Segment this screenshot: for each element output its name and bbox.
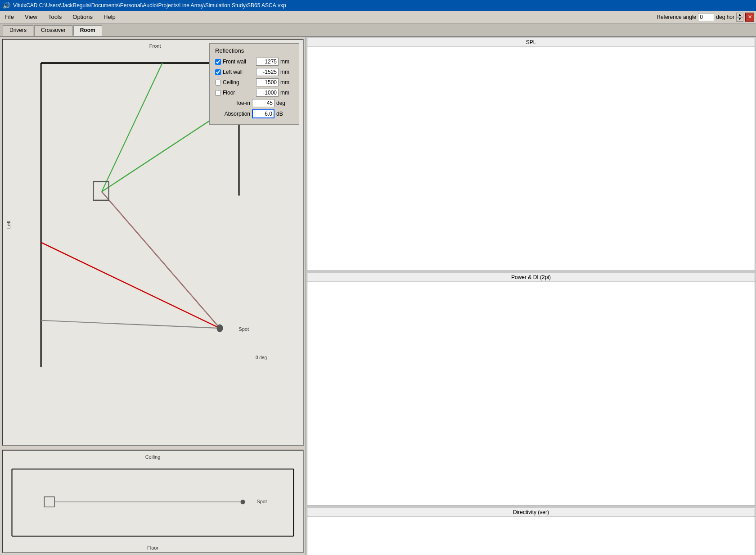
tab-room[interactable]: Room [73,25,102,36]
reflections-title: Reflections [215,47,293,54]
spl-canvas [307,47,755,270]
floor-unit: mm [280,90,289,96]
main-content: Front Left Spot 0 deg [0,37,756,555]
menu-help[interactable]: Help [101,13,118,21]
power-di-chart-container: Power & DI (2pi) [307,272,755,504]
toe-in-row: Toe-in deg [223,99,293,107]
floor-label: Floor [223,90,254,96]
spin-up[interactable]: ▲ [736,13,743,17]
svg-line-4 [102,110,226,192]
ceiling-row: Ceiling mm [215,78,293,86]
power-canvas [307,281,755,504]
reference-angle-area: Reference angle deg hor ▲ ▼ ✕ [657,13,754,22]
menu-view[interactable]: View [22,13,40,21]
directivity-canvas [307,515,755,555]
svg-point-17 [240,500,245,504]
svg-line-8 [41,320,220,328]
toe-in-input[interactable] [252,99,274,107]
spl-chart-container: SPL [307,38,755,270]
left-wall-checkbox[interactable] [215,69,221,75]
room-view-top: Front Left Spot 0 deg [2,39,304,446]
front-wall-checkbox[interactable] [215,59,221,65]
menu-bar: File View Tools Options Help Reference a… [0,11,756,23]
absorption-input[interactable] [252,109,274,118]
title-bar: 🔊 VituixCAD C:\Users\JackRegula\Document… [0,0,756,11]
menu-file[interactable]: File [2,13,17,21]
absorption-unit: dB [276,111,283,117]
close-button[interactable]: ✕ [745,13,754,22]
ceiling-checkbox[interactable] [215,80,221,86]
reference-angle-spinner[interactable]: ▲ ▼ [736,13,743,22]
spin-down[interactable]: ▼ [736,17,743,22]
reference-angle-unit: deg hor [716,14,734,20]
ceiling-label: Ceiling [223,79,254,86]
right-panel: SPL Power & DI (2pi) Directivity (ver) [306,37,756,555]
svg-point-10 [216,324,223,332]
spl-title: SPL [307,38,755,47]
absorption-label: Absorption [223,111,250,117]
room-view-bottom: Ceiling Floor Spot [2,450,304,553]
left-wall-unit: mm [280,69,289,75]
left-wall-label: Left wall [223,69,254,75]
front-wall-input[interactable] [256,58,279,66]
reference-angle-input[interactable] [698,13,714,21]
floor-checkbox[interactable] [215,90,221,96]
power-di-title: Power & DI (2pi) [307,272,755,281]
reflections-panel: Reflections Front wall mm Left wall mm C… [209,43,299,125]
absorption-row: Absorption dB [223,109,293,118]
room-svg-bottom [3,451,303,552]
tabs-bar: Drivers Crossover Room [0,23,756,37]
front-wall-row: Front wall mm [215,58,293,66]
left-panel: Front Left Spot 0 deg [0,37,306,555]
tab-crossover[interactable]: Crossover [34,25,72,36]
directivity-title: Directivity (ver) [307,506,755,515]
reference-angle-label: Reference angle [657,14,696,20]
svg-line-5 [41,243,220,329]
ceiling-input[interactable] [256,78,279,86]
toe-in-label: Toe-in [223,100,250,106]
app-icon: 🔊 [3,2,10,9]
menu-tools[interactable]: Tools [45,13,64,21]
menu-options[interactable]: Options [70,13,95,21]
svg-rect-15 [44,497,54,507]
toe-in-unit: deg [276,100,285,106]
left-wall-row: Left wall mm [215,68,293,76]
ceiling-unit: mm [280,79,289,86]
front-wall-unit: mm [280,59,289,65]
tab-drivers[interactable]: Drivers [3,25,33,36]
left-wall-input[interactable] [256,68,279,76]
directivity-chart-container: Directivity (ver) [307,506,755,555]
floor-input[interactable] [256,89,279,97]
front-wall-label: Front wall [223,59,254,65]
floor-row: Floor mm [215,89,293,97]
title-text: VituixCAD C:\Users\JackRegula\Documents\… [13,2,286,9]
svg-line-7 [102,192,220,328]
